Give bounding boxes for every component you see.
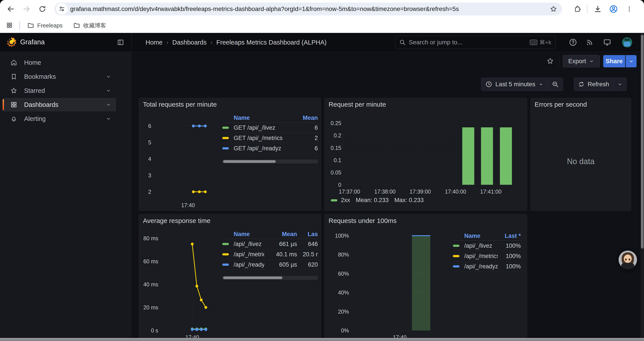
- scrollbar-thumb[interactable]: [223, 160, 276, 163]
- legend-col-header[interactable]: Mean: [264, 231, 297, 238]
- svg-text:0.2: 0.2: [334, 132, 341, 138]
- panel-request-per-minute[interactable]: Request per minute 0.250.20.150.10.05017…: [324, 98, 527, 211]
- legend-row[interactable]: /api/_/readyz100%: [453, 261, 521, 272]
- legend-row[interactable]: /api/_/livez661 µs646: [222, 239, 318, 249]
- toolbar-divider: [587, 5, 588, 13]
- legend-inline[interactable]: 2xx Mean: 0.233 Max: 0.233: [331, 197, 424, 204]
- browser-menu-button[interactable]: [624, 3, 635, 15]
- monitor-button[interactable]: [602, 38, 612, 47]
- legend-col-header[interactable]: Las: [297, 231, 318, 238]
- svg-text:0.1: 0.1: [334, 157, 341, 163]
- sidebar-item-home[interactable]: Home: [3, 56, 116, 69]
- chevron-down-icon[interactable]: [106, 88, 111, 94]
- extensions-button[interactable]: [572, 3, 584, 15]
- bookmark-folder-freeleaps[interactable]: Freeleaps: [24, 20, 66, 31]
- legend-table: NameLast */api/_/livez100%/api/_/metrics…: [453, 231, 521, 272]
- series-value: 2: [296, 135, 318, 142]
- chevron-down-icon: [617, 82, 622, 87]
- sidebar-item-bookmarks[interactable]: Bookmarks: [3, 70, 116, 83]
- sidebar-item-starred[interactable]: Starred: [3, 84, 116, 97]
- series-marker: [222, 127, 229, 129]
- active-accent-bar: [3, 99, 4, 110]
- profile-button[interactable]: [608, 3, 620, 15]
- svg-text:40%: 40%: [338, 289, 349, 295]
- legend-scrollbar[interactable]: [222, 160, 318, 163]
- grafana-logo: [6, 37, 17, 48]
- series-value: 100%: [498, 263, 521, 270]
- legend-col-header[interactable]: Name: [464, 233, 498, 239]
- sidebar-item-dashboards[interactable]: Dashboards: [3, 98, 116, 112]
- window-bottom-scrollbar[interactable]: [0, 338, 644, 341]
- series-value: 40.1 ms: [264, 251, 297, 258]
- legend-scrollbar[interactable]: [222, 276, 318, 280]
- series-name: /api/_/livez: [234, 241, 264, 247]
- legend-row[interactable]: GET /api/_/livez6: [222, 123, 318, 133]
- apps-button[interactable]: [4, 20, 15, 31]
- forward-button[interactable]: [20, 3, 32, 15]
- export-label: Export: [568, 58, 586, 65]
- user-avatar[interactable]: [622, 37, 632, 47]
- svg-text:80%: 80%: [338, 251, 349, 258]
- legend-col-header[interactable]: Last *: [498, 233, 521, 239]
- legend-row[interactable]: /api/_/livez100%: [453, 241, 521, 251]
- series-marker: [331, 199, 337, 201]
- series-name: /api/_/metrics: [464, 253, 498, 260]
- chevron-down-icon[interactable]: [106, 74, 111, 80]
- panel-average-response-time[interactable]: Average response time 80 ms60 ms40 ms20 …: [139, 214, 321, 341]
- chevron-down-icon[interactable]: [106, 102, 111, 108]
- breadcrumb: Home › Dashboards › Freeleaps Metrics Da…: [146, 33, 326, 52]
- puzzle-icon: [574, 5, 581, 13]
- favorite-dashboard-button[interactable]: [545, 56, 555, 66]
- news-button[interactable]: [585, 38, 594, 47]
- bookmark-label: Freeleaps: [37, 22, 63, 29]
- reload-icon: [38, 5, 46, 13]
- apps-grid-icon: [10, 101, 18, 108]
- legend-col-header[interactable]: Name: [234, 115, 296, 121]
- export-button[interactable]: Export: [563, 55, 600, 67]
- zoom-out-button[interactable]: [548, 78, 563, 91]
- svg-text:2: 2: [148, 189, 151, 195]
- bookmark-folder-blogs[interactable]: 收藏博客: [70, 20, 110, 31]
- legend-row[interactable]: /api/_/readyz605 µs620: [222, 260, 318, 270]
- help-icon: [569, 38, 577, 47]
- site-settings-button[interactable]: [56, 3, 68, 15]
- panel-total-requests-per-minute[interactable]: Total requests per minute 6543217:40 Nam…: [139, 98, 321, 211]
- time-range-picker[interactable]: Last 5 minutes: [481, 78, 548, 91]
- series-value: 661 µs: [264, 241, 297, 247]
- downloads-button[interactable]: [592, 3, 604, 15]
- window-scrollbar-thumb[interactable]: [641, 35, 644, 249]
- help-button[interactable]: [568, 38, 578, 47]
- refresh-button[interactable]: Refresh: [574, 78, 613, 91]
- search-input[interactable]: Search or jump to... ⌘+k: [395, 36, 556, 49]
- back-button[interactable]: [5, 3, 17, 15]
- bookmark-page-button[interactable]: [550, 5, 557, 13]
- series-stat: Max: 0.233: [394, 197, 424, 204]
- legend-col-header[interactable]: Mean: [296, 115, 318, 121]
- dock-menu-button[interactable]: [116, 38, 126, 47]
- legend-row[interactable]: GET /api/_/readyz6: [222, 143, 318, 154]
- legend-row[interactable]: /api/_/metrics100%: [453, 251, 521, 261]
- legend-row[interactable]: /api/_/metrics40.1 ms20.5 r: [222, 249, 318, 260]
- panel-errors-per-second[interactable]: Errors per second No data: [530, 98, 631, 211]
- back-arrow-icon: [7, 5, 15, 13]
- url-bar[interactable]: grafana.mathmast.com/d/deytv4rwavabkb/fr…: [54, 3, 562, 15]
- legend-col-header[interactable]: Name: [234, 231, 264, 238]
- svg-text:40 ms: 40 ms: [143, 281, 158, 287]
- breadcrumb-home[interactable]: Home: [146, 39, 162, 46]
- sidebar-item-alerting[interactable]: Alerting: [3, 112, 116, 126]
- chevron-down-icon[interactable]: [106, 116, 111, 122]
- breadcrumb-separator: ›: [210, 39, 212, 46]
- share-button[interactable]: Share: [603, 55, 625, 67]
- avatar-art: [629, 258, 630, 260]
- reload-button[interactable]: [36, 3, 48, 15]
- scrollbar-thumb[interactable]: [223, 276, 282, 279]
- breadcrumb-dashboards[interactable]: Dashboards: [172, 39, 206, 46]
- assistant-avatar-floater[interactable]: [618, 251, 637, 269]
- refresh-interval-button[interactable]: [613, 78, 626, 91]
- panel-requests-under-100ms[interactable]: Requests under 100ms 100%80%60%40%20%0%1…: [324, 214, 527, 341]
- legend-row[interactable]: GET /api/_/metrics2: [222, 133, 318, 143]
- grafana-top-nav: Grafana Home › Dashboards › Freeleaps Me…: [0, 33, 644, 52]
- svg-text:0%: 0%: [341, 327, 349, 333]
- share-menu-button[interactable]: [626, 55, 636, 67]
- svg-text:20%: 20%: [338, 308, 349, 315]
